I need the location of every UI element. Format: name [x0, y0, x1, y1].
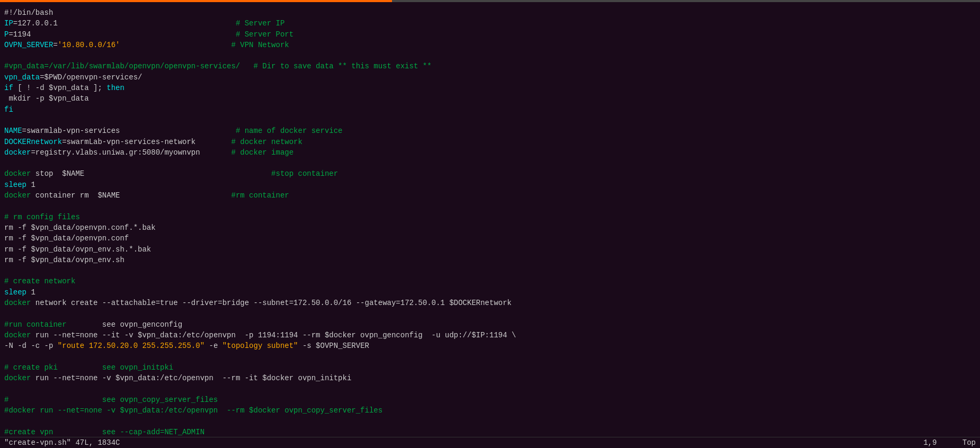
line-39 [4, 416, 976, 426]
line-7: vpn_data=$PWD/openvpn-services/ [4, 72, 976, 83]
line-17: sleep 1 [4, 180, 976, 190]
line-16: docker stop $NAME #stop container [4, 168, 976, 179]
line-29 [4, 308, 976, 319]
line-9: mkdir -p $vpn_data [4, 93, 976, 104]
line-6: #vpn_data=/var/lib/swarmlab/openvpn/open… [4, 61, 976, 71]
line-2: IP=127.0.0.1 # Server IP [4, 18, 976, 29]
file-info: "create-vpn.sh" 47L, 1834C [4, 438, 120, 447]
line-30: #run container see ovpn_genconfig [4, 319, 976, 330]
line-31: docker run --net=none --it -v $vpn_data:… [4, 330, 976, 341]
line-36 [4, 383, 976, 394]
terminal-window: #!/bin/bash IP=127.0.0.1 # Server IP P=1… [0, 0, 980, 448]
line-35: docker run --net=none -v $vpn_data:/etc/… [4, 373, 976, 383]
line-26: # create network [4, 276, 976, 286]
status-bar: "create-vpn.sh" 47L, 1834C 1,9 Top [0, 437, 980, 448]
line-12: NAME=swarmlab-vpn-services # name of doc… [4, 126, 976, 136]
line-14: docker=registry.vlabs.uniwa.gr:5080/myow… [4, 147, 976, 158]
line-40: #create vpn see --cap-add=NET_ADMIN [4, 427, 976, 437]
line-34: # create pki see ovpn_initpki [4, 362, 976, 373]
line-25 [4, 265, 976, 276]
line-33 [4, 352, 976, 362]
line-22: rm -f $vpn_data/openvpn.conf [4, 233, 976, 244]
line-21: rm -f $vpn_data/openvpn.conf.*.bak [4, 222, 976, 233]
line-24: rm -f $vpn_data/ovpn_env.sh [4, 255, 976, 265]
line-1: #!/bin/bash [4, 7, 976, 18]
code-content: #!/bin/bash IP=127.0.0.1 # Server IP P=1… [0, 4, 980, 448]
progress-bar [0, 0, 980, 2]
line-15 [4, 158, 976, 168]
line-10: fi [4, 104, 976, 115]
line-37: # see ovpn_copy_server_files [4, 395, 976, 405]
line-8: if [ ! -d $vpn_data ]; then [4, 83, 976, 93]
line-20: # rm config files [4, 212, 976, 222]
line-19 [4, 201, 976, 211]
line-18: docker container rm $NAME #rm container [4, 190, 976, 201]
line-3: P=1194 # Server Port [4, 29, 976, 40]
line-28: docker network create --attachable=true … [4, 298, 976, 308]
line-32: -N -d -c -p "route 172.50.20.0 255.255.2… [4, 341, 976, 351]
line-27: sleep 1 [4, 287, 976, 298]
line-38: #docker run --net=none -v $vpn_data:/etc… [4, 405, 976, 416]
line-4: OVPN_SERVER='10.80.0.0/16' # VPN Network [4, 40, 976, 50]
line-13: DOCKERnetwork=swarmLab-vpn-services-netw… [4, 137, 976, 147]
line-23: rm -f $vpn_data/ovpn_env.sh.*.bak [4, 244, 976, 255]
line-5 [4, 50, 976, 61]
cursor-position: 1,9 Top [923, 438, 976, 447]
line-11 [4, 115, 976, 126]
